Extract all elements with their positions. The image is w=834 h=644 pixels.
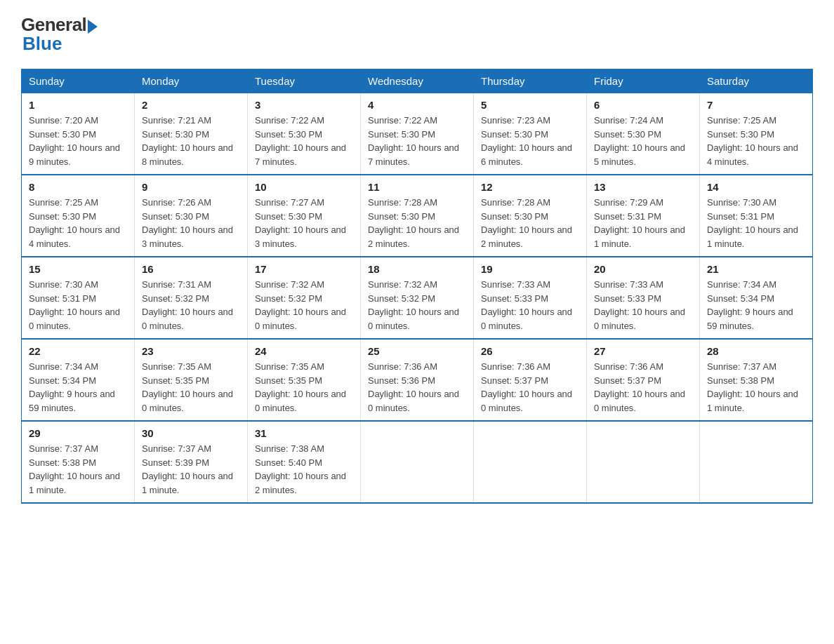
calendar-cell — [474, 421, 587, 503]
calendar-cell: 10 Sunrise: 7:27 AMSunset: 5:30 PMDaylig… — [248, 175, 361, 257]
day-number: 9 — [142, 181, 240, 193]
day-number: 8 — [29, 181, 127, 193]
calendar-table: SundayMondayTuesdayWednesdayThursdayFrid… — [21, 69, 813, 504]
day-number: 14 — [707, 181, 805, 193]
day-number: 19 — [481, 263, 579, 275]
calendar-cell: 15 Sunrise: 7:30 AMSunset: 5:31 PMDaylig… — [22, 257, 135, 339]
calendar-cell: 6 Sunrise: 7:24 AMSunset: 5:30 PMDayligh… — [587, 93, 700, 175]
day-info: Sunrise: 7:35 AMSunset: 5:35 PMDaylight:… — [142, 360, 240, 415]
calendar-cell — [587, 421, 700, 503]
day-info: Sunrise: 7:26 AMSunset: 5:30 PMDaylight:… — [142, 196, 240, 250]
day-info: Sunrise: 7:36 AMSunset: 5:37 PMDaylight:… — [481, 360, 579, 415]
day-number: 29 — [29, 427, 127, 439]
header-monday: Monday — [135, 69, 248, 93]
day-info: Sunrise: 7:22 AMSunset: 5:30 PMDaylight:… — [255, 114, 353, 168]
calendar-cell: 27 Sunrise: 7:36 AMSunset: 5:37 PMDaylig… — [587, 339, 700, 421]
calendar-cell: 19 Sunrise: 7:33 AMSunset: 5:33 PMDaylig… — [474, 257, 587, 339]
day-number: 3 — [255, 99, 353, 111]
calendar-cell — [700, 421, 813, 503]
calendar-cell: 23 Sunrise: 7:35 AMSunset: 5:35 PMDaylig… — [135, 339, 248, 421]
calendar-cell: 25 Sunrise: 7:36 AMSunset: 5:36 PMDaylig… — [361, 339, 474, 421]
header-tuesday: Tuesday — [248, 69, 361, 93]
day-info: Sunrise: 7:36 AMSunset: 5:36 PMDaylight:… — [368, 360, 466, 415]
logo-blue-text: Blue — [22, 33, 62, 55]
day-number: 26 — [481, 345, 579, 357]
day-number: 21 — [707, 263, 805, 275]
day-info: Sunrise: 7:31 AMSunset: 5:32 PMDaylight:… — [142, 278, 240, 333]
day-info: Sunrise: 7:34 AMSunset: 5:34 PMDaylight:… — [707, 278, 805, 333]
header-saturday: Saturday — [700, 69, 813, 93]
day-number: 22 — [29, 345, 127, 357]
calendar-cell: 31 Sunrise: 7:38 AMSunset: 5:40 PMDaylig… — [248, 421, 361, 503]
calendar-cell: 2 Sunrise: 7:21 AMSunset: 5:30 PMDayligh… — [135, 93, 248, 175]
day-info: Sunrise: 7:22 AMSunset: 5:30 PMDaylight:… — [368, 114, 466, 168]
calendar-cell: 29 Sunrise: 7:37 AMSunset: 5:38 PMDaylig… — [22, 421, 135, 503]
day-number: 5 — [481, 99, 579, 111]
header-thursday: Thursday — [474, 69, 587, 93]
day-info: Sunrise: 7:25 AMSunset: 5:30 PMDaylight:… — [707, 114, 805, 168]
day-info: Sunrise: 7:21 AMSunset: 5:30 PMDaylight:… — [142, 114, 240, 168]
day-number: 17 — [255, 263, 353, 275]
day-number: 4 — [368, 99, 466, 111]
calendar-cell: 24 Sunrise: 7:35 AMSunset: 5:35 PMDaylig… — [248, 339, 361, 421]
calendar-cell: 3 Sunrise: 7:22 AMSunset: 5:30 PMDayligh… — [248, 93, 361, 175]
day-number: 18 — [368, 263, 466, 275]
day-info: Sunrise: 7:36 AMSunset: 5:37 PMDaylight:… — [594, 360, 692, 415]
calendar-week-row: 1 Sunrise: 7:20 AMSunset: 5:30 PMDayligh… — [22, 93, 813, 175]
day-number: 15 — [29, 263, 127, 275]
calendar-cell: 16 Sunrise: 7:31 AMSunset: 5:32 PMDaylig… — [135, 257, 248, 339]
day-info: Sunrise: 7:23 AMSunset: 5:30 PMDaylight:… — [481, 114, 579, 168]
day-number: 20 — [594, 263, 692, 275]
day-number: 6 — [594, 99, 692, 111]
day-number: 30 — [142, 427, 240, 439]
calendar-week-row: 29 Sunrise: 7:37 AMSunset: 5:38 PMDaylig… — [22, 421, 813, 503]
header-wednesday: Wednesday — [361, 69, 474, 93]
day-info: Sunrise: 7:37 AMSunset: 5:39 PMDaylight:… — [142, 442, 240, 497]
day-info: Sunrise: 7:28 AMSunset: 5:30 PMDaylight:… — [368, 196, 466, 250]
logo-arrow-icon — [88, 20, 98, 34]
calendar-cell: 12 Sunrise: 7:28 AMSunset: 5:30 PMDaylig… — [474, 175, 587, 257]
day-info: Sunrise: 7:28 AMSunset: 5:30 PMDaylight:… — [481, 196, 579, 250]
day-number: 23 — [142, 345, 240, 357]
day-number: 13 — [594, 181, 692, 193]
day-info: Sunrise: 7:33 AMSunset: 5:33 PMDaylight:… — [594, 278, 692, 333]
page-header: General Blue — [21, 14, 813, 55]
calendar-cell — [361, 421, 474, 503]
day-number: 31 — [255, 427, 353, 439]
calendar-cell: 14 Sunrise: 7:30 AMSunset: 5:31 PMDaylig… — [700, 175, 813, 257]
calendar-cell: 1 Sunrise: 7:20 AMSunset: 5:30 PMDayligh… — [22, 93, 135, 175]
day-info: Sunrise: 7:27 AMSunset: 5:30 PMDaylight:… — [255, 196, 353, 250]
day-info: Sunrise: 7:29 AMSunset: 5:31 PMDaylight:… — [594, 196, 692, 250]
calendar-cell: 13 Sunrise: 7:29 AMSunset: 5:31 PMDaylig… — [587, 175, 700, 257]
day-info: Sunrise: 7:32 AMSunset: 5:32 PMDaylight:… — [255, 278, 353, 333]
day-number: 25 — [368, 345, 466, 357]
day-number: 2 — [142, 99, 240, 111]
day-info: Sunrise: 7:37 AMSunset: 5:38 PMDaylight:… — [707, 360, 805, 415]
day-info: Sunrise: 7:38 AMSunset: 5:40 PMDaylight:… — [255, 442, 353, 497]
day-number: 7 — [707, 99, 805, 111]
day-info: Sunrise: 7:30 AMSunset: 5:31 PMDaylight:… — [29, 278, 127, 333]
day-info: Sunrise: 7:30 AMSunset: 5:31 PMDaylight:… — [707, 196, 805, 250]
day-info: Sunrise: 7:24 AMSunset: 5:30 PMDaylight:… — [594, 114, 692, 168]
calendar-cell: 26 Sunrise: 7:36 AMSunset: 5:37 PMDaylig… — [474, 339, 587, 421]
calendar-cell: 11 Sunrise: 7:28 AMSunset: 5:30 PMDaylig… — [361, 175, 474, 257]
day-number: 24 — [255, 345, 353, 357]
calendar-cell: 4 Sunrise: 7:22 AMSunset: 5:30 PMDayligh… — [361, 93, 474, 175]
day-info: Sunrise: 7:37 AMSunset: 5:38 PMDaylight:… — [29, 442, 127, 497]
calendar-cell: 22 Sunrise: 7:34 AMSunset: 5:34 PMDaylig… — [22, 339, 135, 421]
day-number: 1 — [29, 99, 127, 111]
calendar-cell: 17 Sunrise: 7:32 AMSunset: 5:32 PMDaylig… — [248, 257, 361, 339]
calendar-week-row: 15 Sunrise: 7:30 AMSunset: 5:31 PMDaylig… — [22, 257, 813, 339]
day-info: Sunrise: 7:34 AMSunset: 5:34 PMDaylight:… — [29, 360, 127, 415]
calendar-week-row: 8 Sunrise: 7:25 AMSunset: 5:30 PMDayligh… — [22, 175, 813, 257]
logo: General Blue — [21, 14, 98, 55]
day-number: 10 — [255, 181, 353, 193]
calendar-cell: 21 Sunrise: 7:34 AMSunset: 5:34 PMDaylig… — [700, 257, 813, 339]
day-info: Sunrise: 7:20 AMSunset: 5:30 PMDaylight:… — [29, 114, 127, 168]
calendar-cell: 30 Sunrise: 7:37 AMSunset: 5:39 PMDaylig… — [135, 421, 248, 503]
calendar-cell: 8 Sunrise: 7:25 AMSunset: 5:30 PMDayligh… — [22, 175, 135, 257]
day-info: Sunrise: 7:25 AMSunset: 5:30 PMDaylight:… — [29, 196, 127, 250]
day-number: 28 — [707, 345, 805, 357]
calendar-cell: 9 Sunrise: 7:26 AMSunset: 5:30 PMDayligh… — [135, 175, 248, 257]
calendar-cell: 7 Sunrise: 7:25 AMSunset: 5:30 PMDayligh… — [700, 93, 813, 175]
